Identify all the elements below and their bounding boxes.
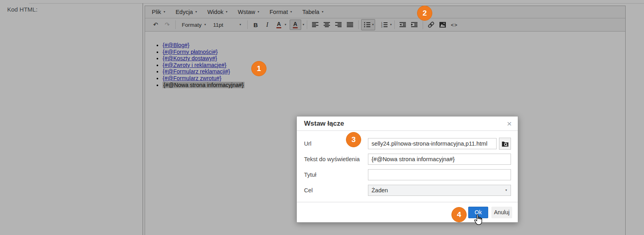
title-label: Tytuł [304, 172, 368, 178]
url-input[interactable] [368, 138, 497, 149]
dialog-title: Wstaw łącze [304, 120, 344, 128]
browse-folder-search-icon [502, 141, 509, 147]
insert-link-dialog: Wstaw łącze × Url Tekst do wyświetlenia [296, 116, 518, 223]
cancel-button[interactable]: Anuluj [491, 207, 512, 218]
target-select[interactable]: Żaden ▾ [368, 185, 511, 196]
step-badge-4: 4 [451, 207, 467, 222]
title-input[interactable] [368, 169, 511, 180]
close-icon[interactable]: × [507, 119, 512, 128]
display-text-row: Tekst do wyświetlenia [304, 154, 511, 165]
browse-link-button[interactable] [499, 138, 511, 150]
step-badge-3: 3 [346, 132, 361, 147]
target-row: Cel Żaden ▾ [304, 185, 511, 196]
dialog-body: Url Tekst do wyświetlenia Tytuł [297, 131, 518, 202]
dialog-footer: Ok Anuluj [297, 202, 518, 222]
target-label: Cel [304, 187, 368, 194]
chevron-down-icon: ▾ [505, 189, 507, 192]
step-badge-2: 2 [417, 6, 432, 21]
hand-cursor-icon [474, 214, 483, 227]
display-text-input[interactable] [368, 154, 511, 165]
url-row: Url [304, 138, 511, 149]
step-badge-1: 1 [251, 61, 266, 76]
target-select-value: Żaden [372, 187, 388, 194]
display-text-label: Tekst do wyświetlenia [304, 156, 368, 162]
title-row: Tytuł [304, 169, 511, 180]
page: Kod HTML: Plik▾ Edycja▾ Widok▾ Wstaw▾ Fo… [0, 0, 644, 235]
dialog-header: Wstaw łącze × [297, 117, 518, 131]
